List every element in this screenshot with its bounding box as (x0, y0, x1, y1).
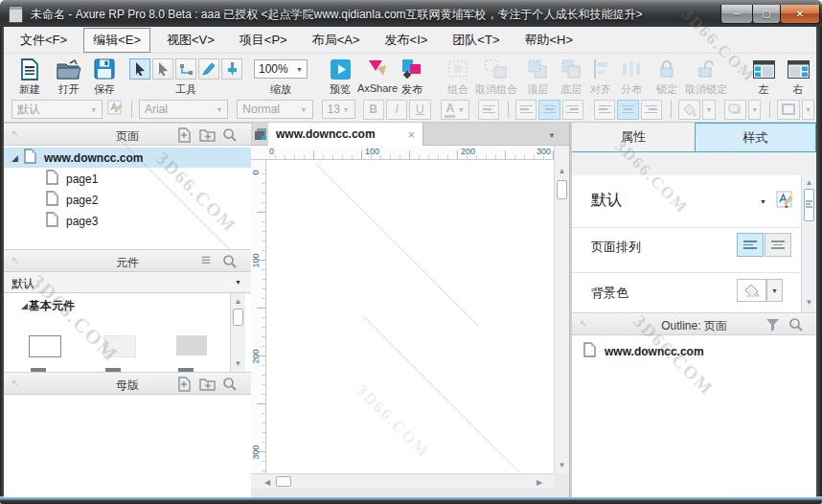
widget-library-select[interactable]: 默认 ▼ (4, 272, 251, 293)
canvas-tab[interactable]: www.downcc.com × (268, 123, 423, 146)
valign-bottom-button[interactable] (641, 100, 662, 120)
bold-button[interactable]: B (363, 100, 384, 120)
font-family-select[interactable]: Arial ▼ (139, 100, 228, 119)
menu-view[interactable]: 视图<V> (158, 29, 223, 52)
open-button[interactable]: 打开 (48, 57, 90, 97)
format-painter-button[interactable] (221, 58, 242, 80)
widgets-scrollbar[interactable]: ▲ ▼ (230, 293, 245, 372)
underline-button[interactable]: U (409, 100, 430, 120)
valign-top-button[interactable] (594, 100, 615, 120)
scrollbar-thumb[interactable] (557, 180, 567, 199)
save-button[interactable]: 保存 (85, 57, 124, 97)
menu-file[interactable]: 文件<F> (11, 29, 76, 52)
add-folder-icon[interactable] (199, 377, 215, 392)
menu-project[interactable]: 项目<P> (231, 29, 296, 52)
design-canvas[interactable] (266, 160, 554, 473)
style-tab-content: 默认 ▼ 页面排列 背景色 ▼ ▲ (572, 175, 816, 312)
select-tool-button[interactable] (129, 58, 150, 80)
border-style-dropdown[interactable]: ▼ (802, 100, 815, 120)
align-left-button[interactable] (515, 100, 537, 120)
shadow-button[interactable] (724, 100, 746, 120)
tree-row-page3[interactable]: page3 (4, 211, 251, 231)
publish-button[interactable]: 发布 (393, 57, 431, 97)
inspector-scrollbar[interactable]: ▲ ▼ (801, 175, 816, 312)
select-contained-tool-button[interactable] (152, 58, 173, 80)
widget-section-label[interactable]: 基本元件 (29, 298, 75, 314)
menu-team[interactable]: 团队<T> (444, 29, 508, 52)
search-icon[interactable] (222, 127, 238, 143)
tree-row-root[interactable]: ◢ www.downcc.com (4, 148, 251, 168)
minimize-button[interactable]: ─ (720, 5, 753, 24)
add-folder-icon[interactable] (199, 127, 215, 143)
new-button[interactable]: 新建 (9, 57, 51, 97)
scroll-down-icon[interactable]: ▼ (555, 461, 569, 470)
tree-row-page2[interactable]: page2 (4, 190, 251, 210)
expanded-icon[interactable]: ◢ (21, 301, 28, 310)
canvas-vertical-scrollbar[interactable]: ▲ ▼ (554, 146, 569, 473)
left-panel-toggle[interactable]: 左 (746, 57, 781, 97)
tab-close-icon[interactable]: × (407, 127, 415, 142)
scrollbar-thumb[interactable] (804, 189, 814, 221)
scroll-down-icon[interactable]: ▼ (231, 359, 245, 368)
filter-icon[interactable] (765, 318, 781, 333)
page-name: page1 (66, 172, 98, 186)
widget-placeholder-thumbnail[interactable] (176, 335, 207, 355)
search-icon[interactable] (222, 254, 238, 269)
font-color-button[interactable]: A ▼ (441, 100, 469, 120)
page-align-left-button[interactable] (737, 233, 764, 257)
valign-middle-button[interactable] (617, 100, 638, 120)
back-color-dropdown[interactable]: ▼ (766, 279, 783, 302)
connector-tool-button[interactable] (175, 58, 196, 80)
fill-color-dropdown[interactable]: ▼ (702, 100, 716, 120)
search-icon[interactable] (788, 317, 804, 332)
fill-color-button[interactable] (678, 100, 700, 120)
widget-box-thumbnail[interactable] (29, 335, 61, 357)
scroll-up-icon[interactable]: ▲ (802, 178, 816, 187)
menu-edit[interactable]: 编辑<E> (83, 28, 150, 53)
edit-style-icon[interactable] (775, 189, 796, 214)
scroll-up-icon[interactable]: ▲ (231, 297, 245, 306)
tree-row-page1[interactable]: page1 (4, 169, 251, 189)
menu-publish[interactable]: 发布<I> (377, 29, 437, 52)
tab-list-icon[interactable]: ▼ (548, 131, 556, 140)
align-center-button[interactable] (538, 100, 559, 120)
pen-tool-button[interactable] (198, 58, 219, 80)
font-size-select[interactable]: 13 ▼ (322, 100, 355, 119)
add-page-icon[interactable] (176, 127, 192, 143)
zoom-select[interactable]: 100% ▼ (254, 59, 308, 79)
cursor-plus-icon (157, 62, 170, 76)
right-panel-toggle[interactable]: 右 (781, 57, 815, 97)
ruler-ticks (257, 165, 265, 473)
add-page-icon[interactable] (176, 377, 192, 392)
canvas-horizontal-scrollbar[interactable]: ◀ ▶ (251, 473, 554, 489)
chevron-down-icon[interactable]: ▼ (760, 198, 766, 205)
page-align-center-button[interactable] (765, 233, 791, 257)
scroll-up-icon[interactable]: ▲ (555, 167, 569, 175)
shadow-dropdown[interactable]: ▼ (748, 100, 762, 120)
search-icon[interactable] (222, 377, 238, 392)
preview-button[interactable]: 预览 (321, 57, 359, 97)
close-button[interactable]: ✕ (780, 5, 820, 24)
scroll-right-icon[interactable]: ▶ (537, 478, 542, 487)
menu-arrange[interactable]: 布局<A> (304, 29, 369, 52)
expanded-icon[interactable]: ◢ (11, 153, 18, 163)
page-name: page3 (66, 215, 98, 228)
close-icon: ✕ (796, 9, 804, 19)
scrollbar-thumb[interactable] (233, 309, 243, 326)
page-style-name: 默认 (591, 191, 622, 211)
scroll-left-icon[interactable]: ◀ (264, 478, 270, 487)
bullet-list-button[interactable] (478, 100, 499, 120)
menu-icon[interactable]: ≡ (201, 251, 217, 266)
widget-box2-thumbnail[interactable] (103, 335, 136, 357)
widget-style-select[interactable]: 默认 ▼ (11, 100, 103, 119)
scroll-down-icon[interactable]: ▼ (802, 298, 816, 307)
menu-help[interactable]: 帮助<H> (515, 29, 582, 52)
align-right-button[interactable] (562, 100, 583, 120)
maximize-button[interactable]: ▢ (752, 5, 781, 24)
back-color-button[interactable] (737, 279, 766, 302)
italic-button[interactable]: I (386, 100, 407, 120)
outline-row-root[interactable]: www.downcc.com (572, 341, 816, 361)
scrollbar-thumb[interactable] (276, 476, 291, 487)
font-weight-select[interactable]: Normal ▼ (237, 100, 312, 119)
border-style-button[interactable] (777, 100, 799, 120)
